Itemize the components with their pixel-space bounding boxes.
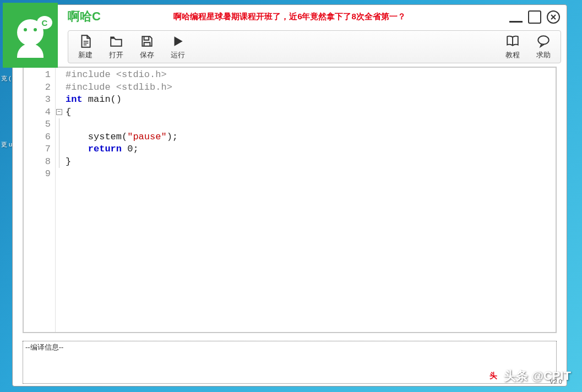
help-button[interactable]: 求助 bbox=[532, 34, 555, 60]
line-number: 3 bbox=[24, 94, 55, 106]
save-icon bbox=[139, 34, 155, 49]
open-button[interactable]: 打开 bbox=[105, 34, 128, 60]
new-button[interactable]: 新建 bbox=[74, 34, 97, 60]
compile-output-panel[interactable]: --编译信息-- bbox=[23, 341, 557, 384]
code-line[interactable]: int main() bbox=[66, 94, 556, 106]
play-icon bbox=[170, 34, 186, 49]
line-number: 9 bbox=[24, 168, 55, 181]
svg-point-0 bbox=[538, 36, 549, 44]
code-line[interactable]: #include <stdlib.h> bbox=[66, 81, 556, 94]
compile-output-title: --编译信息-- bbox=[25, 343, 63, 351]
close-button[interactable] bbox=[547, 10, 560, 24]
code-line[interactable] bbox=[66, 118, 556, 131]
maximize-button[interactable] bbox=[528, 10, 541, 24]
line-number: 6 bbox=[24, 131, 55, 144]
run-button[interactable]: 运行 bbox=[166, 34, 189, 60]
tutorial-button[interactable]: 教程 bbox=[501, 34, 524, 60]
folder-open-icon bbox=[108, 34, 124, 49]
chat-bubble-icon bbox=[536, 34, 551, 49]
desktop-frag: 克 ( bbox=[1, 74, 11, 83]
app-window: C 啊哈C 啊哈编程星球暑期课程开班了，近6年竟然拿下了8次全省第一？ 新建 打… bbox=[12, 4, 567, 386]
promo-banner[interactable]: 啊哈编程星球暑期课程开班了，近6年竟然拿下了8次全省第一？ bbox=[173, 12, 406, 22]
watermark-logo-icon: 头 bbox=[486, 369, 501, 383]
line-number: 1 bbox=[24, 69, 55, 81]
desktop-frag: 更 u bbox=[1, 140, 12, 149]
toolbar: 新建 打开 保存 运行 教程 bbox=[68, 30, 561, 63]
line-number-gutter: 123456789 bbox=[24, 68, 56, 332]
code-line[interactable]: } bbox=[66, 156, 556, 168]
window-controls bbox=[509, 10, 560, 24]
fold-column: − bbox=[56, 68, 63, 332]
save-button[interactable]: 保存 bbox=[135, 34, 159, 60]
code-line[interactable]: { bbox=[66, 106, 556, 119]
code-editor[interactable]: 123456789 − #include <stdio.h>#include <… bbox=[23, 67, 557, 333]
fold-toggle-icon[interactable]: − bbox=[56, 109, 62, 115]
app-title: 啊哈C bbox=[68, 8, 101, 25]
minimize-button[interactable] bbox=[509, 15, 523, 23]
code-line[interactable]: return 0; bbox=[66, 143, 556, 156]
code-line[interactable] bbox=[66, 168, 556, 181]
line-number: 8 bbox=[24, 156, 55, 168]
line-number: 2 bbox=[24, 81, 55, 94]
line-number: 5 bbox=[24, 118, 55, 131]
line-number: 4 bbox=[24, 106, 55, 119]
app-logo: C bbox=[3, 3, 58, 68]
watermark: 头 头条 @CPIT bbox=[486, 368, 571, 384]
titlebar: C 啊哈C 啊哈编程星球暑期课程开班了，近6年竟然拿下了8次全省第一？ bbox=[13, 5, 567, 28]
watermark-text: 头条 @CPIT bbox=[504, 368, 571, 384]
line-number: 7 bbox=[24, 143, 55, 156]
book-icon bbox=[505, 34, 520, 49]
new-file-icon bbox=[78, 34, 93, 49]
code-area[interactable]: #include <stdio.h>#include <stdlib.h>int… bbox=[63, 68, 556, 332]
code-line[interactable]: system("pause"); bbox=[66, 131, 556, 144]
logo-letter: C bbox=[37, 16, 52, 29]
code-line[interactable]: #include <stdio.h> bbox=[66, 69, 556, 81]
